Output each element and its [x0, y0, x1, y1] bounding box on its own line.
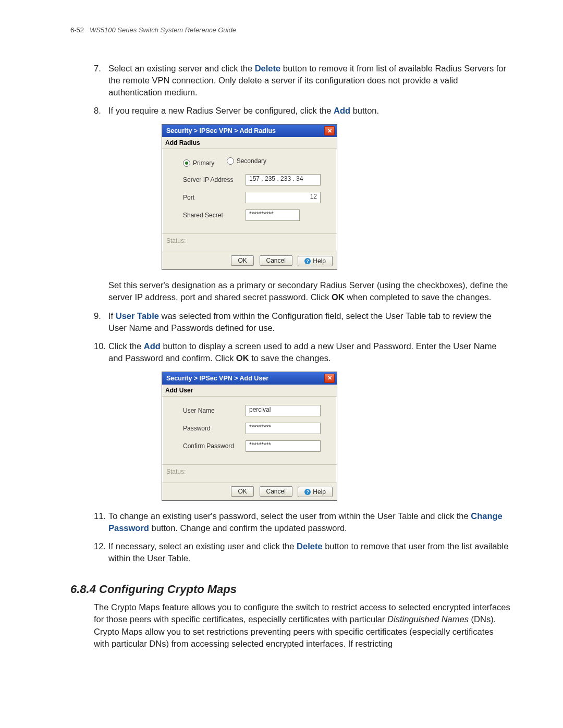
dialog-titlebar: Security > IPSec VPN > Add User ✕	[162, 372, 337, 385]
help-button[interactable]: ?Help	[298, 256, 333, 266]
add-user-dialog: Security > IPSec VPN > Add User ✕ Add Us…	[162, 372, 337, 501]
step-text: button. Change and confirm the updated p…	[149, 523, 347, 533]
step-9: 9. If User Table was selected from withi…	[94, 310, 511, 334]
page-header: 6-52 WS5100 Series Switch System Referen…	[70, 26, 511, 34]
step-10: 10. Click the Add button to display a sc…	[94, 340, 511, 364]
server-ip-label: Server IP Address	[183, 176, 246, 183]
guide-title: WS5100 Series Switch System Reference Gu…	[90, 26, 236, 34]
dialog-titlebar: Security > IPSec VPN > Add Radius ✕	[162, 125, 337, 137]
step-12: 12. If necessary, select an existing use…	[94, 540, 511, 564]
keyword-user-table: User Table	[116, 311, 159, 320]
step-11: 11. To change an existing user's passwor…	[94, 510, 511, 534]
close-icon[interactable]: ✕	[324, 374, 335, 383]
dialog-subtitle: Add Radius	[162, 137, 337, 149]
step-text: to save the changes.	[249, 353, 331, 363]
shared-secret-input[interactable]: **********	[246, 209, 300, 221]
shared-secret-label: Shared Secret	[183, 212, 246, 219]
confirm-password-input[interactable]: *********	[246, 440, 321, 452]
help-icon: ?	[304, 489, 311, 495]
dialog-footer: OK Cancel ?Help	[162, 252, 337, 269]
help-label: Help	[313, 257, 326, 265]
status-label: Status:	[162, 464, 337, 483]
keyword-delete: Delete	[255, 64, 281, 73]
ok-button[interactable]: OK	[231, 486, 254, 497]
step-text: If	[108, 311, 116, 320]
add-radius-dialog: Security > IPSec VPN > Add Radius ✕ Add …	[162, 124, 337, 270]
step-text: If you require a new Radius Server be co…	[108, 106, 334, 115]
step-number: 9.	[94, 310, 108, 334]
step-8: 8. If you require a new Radius Server be…	[94, 105, 511, 117]
step-number: 8.	[94, 105, 108, 117]
step-text: button.	[350, 106, 379, 115]
password-label: Password	[183, 425, 246, 432]
keyword-ok: OK	[332, 292, 345, 302]
port-input[interactable]: 12	[246, 192, 321, 203]
confirm-password-label: Confirm Password	[183, 442, 246, 450]
server-ip-input[interactable]: 157 . 235 . 233 . 34	[246, 174, 321, 186]
section-body: The Crypto Maps feature allows you to co…	[94, 601, 511, 649]
dialog-title: Security > IPSec VPN > Add User	[166, 375, 324, 382]
section-heading: 6.8.4 Configuring Crypto Maps	[70, 583, 511, 596]
close-icon[interactable]: ✕	[324, 126, 335, 135]
page-number: 6-52	[70, 26, 84, 34]
step-text: Select an existing server and click the	[108, 64, 255, 73]
step-7: 7. Select an existing server and click t…	[94, 63, 511, 98]
step-text: To change an existing user's password, s…	[108, 511, 471, 521]
username-input[interactable]: percival	[246, 405, 321, 416]
dialog-subtitle: Add User	[162, 385, 337, 397]
help-label: Help	[313, 488, 326, 496]
step-number: 7.	[94, 63, 108, 98]
step-number: 11.	[94, 510, 108, 534]
cancel-button[interactable]: Cancel	[260, 255, 292, 266]
dialog-footer: OK Cancel ?Help	[162, 483, 337, 500]
distinguished-names: Distinguished Names	[387, 614, 469, 624]
radio-primary[interactable]: Primary	[183, 159, 214, 167]
help-icon: ?	[304, 258, 311, 264]
step-8-followup: Set this server's designation as a prima…	[108, 279, 511, 303]
password-input[interactable]: *********	[246, 423, 321, 434]
ok-button[interactable]: OK	[231, 255, 254, 266]
port-label: Port	[183, 194, 246, 201]
keyword-add: Add	[144, 341, 161, 351]
cancel-button[interactable]: Cancel	[260, 486, 292, 497]
radio-label: Secondary	[237, 157, 266, 165]
step-number: 10.	[94, 340, 108, 364]
keyword-delete: Delete	[297, 541, 323, 551]
radio-secondary[interactable]: Secondary	[227, 157, 266, 165]
status-label: Status:	[162, 233, 337, 252]
radio-label: Primary	[193, 159, 214, 167]
dialog-title: Security > IPSec VPN > Add Radius	[166, 127, 324, 134]
help-button[interactable]: ?Help	[298, 487, 333, 497]
step-number: 12.	[94, 540, 108, 564]
username-label: User Name	[183, 407, 246, 414]
keyword-add: Add	[334, 106, 350, 115]
step-text: Click the	[108, 341, 144, 351]
step-text: If necessary, select an existing user an…	[108, 541, 297, 551]
step-text: was selected from within the Configurati…	[108, 311, 492, 332]
keyword-ok: OK	[236, 353, 249, 363]
